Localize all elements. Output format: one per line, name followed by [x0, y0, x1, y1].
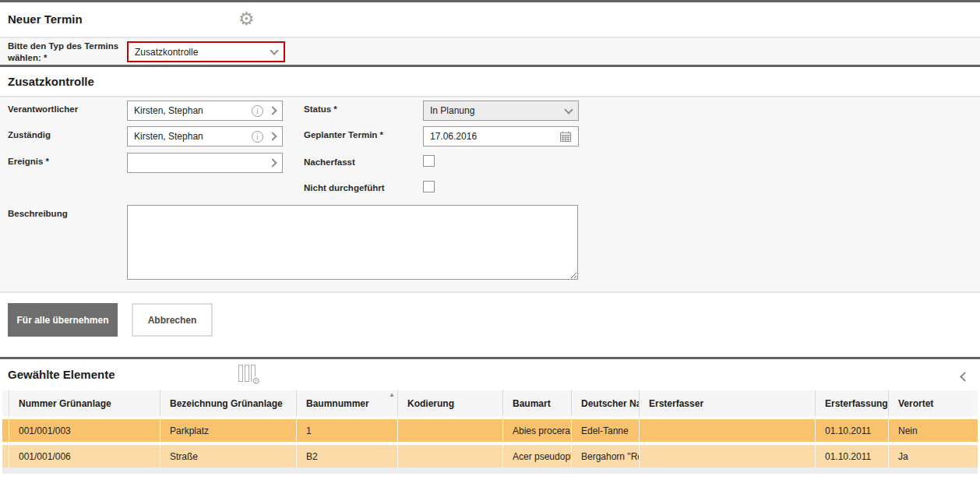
cell-nummer-gruenanlage: 001/001/006	[9, 442, 160, 468]
cell-ersterfassung: 01.10.2011	[815, 442, 888, 468]
table-header-row: Nummer Grünanlage Bezeichnung Grünanlage…	[2, 390, 978, 416]
calendar-icon[interactable]	[559, 130, 572, 143]
selected-elements-title: Gewählte Elemente	[8, 368, 115, 381]
selected-elements-table: Nummer Grünanlage Bezeichnung Grünanlage…	[2, 390, 978, 468]
row-selector-cell	[2, 416, 9, 442]
chevron-right-icon[interactable]	[268, 106, 277, 115]
row-selector-header	[2, 390, 9, 416]
row-selector-cell	[2, 442, 9, 468]
cell-deutscher-name: Bergahorn "Rot...	[571, 442, 639, 468]
column-header-label: Baumnummer	[306, 398, 369, 409]
verantwortlicher-label: Verantwortlicher	[8, 104, 78, 114]
cell-verortet: Nein	[888, 416, 978, 442]
cell-ersterfassung: 01.10.2011	[815, 416, 888, 442]
status-value: In Planung	[430, 105, 566, 116]
appointment-type-row: Bitte den Typ des Termins wählen: * Zusa…	[0, 38, 980, 65]
column-header-baumart[interactable]: Baumart	[502, 390, 571, 416]
column-bar	[238, 365, 243, 382]
table-footer-strip	[2, 468, 978, 474]
verantwortlicher-field[interactable]: i	[127, 101, 283, 121]
chevron-down-icon	[564, 105, 573, 114]
cell-kodierung	[397, 442, 502, 468]
nicht-durchgefuehrt-label: Nicht durchgeführt	[304, 183, 385, 192]
chevron-left-icon	[960, 372, 970, 382]
sort-ascending-icon: ▲	[389, 391, 395, 398]
cell-baumart: Abies procera	[502, 416, 571, 442]
info-icon[interactable]: i	[252, 131, 263, 143]
chevron-right-icon[interactable]	[268, 132, 277, 140]
zustaendig-input[interactable]	[134, 127, 252, 146]
table-row[interactable]: 001/001/003 Parkplatz 1 Abies procera Ed…	[2, 416, 978, 442]
new-appointment-page: Neuer Termin ⚙ Bitte den Typ des Termins…	[0, 0, 980, 480]
mini-gear-icon: ⚙	[252, 376, 260, 386]
column-settings-icon[interactable]: ⚙	[238, 365, 260, 386]
action-buttons: Für alle übernehmen Abbrechen	[0, 293, 980, 357]
cell-baumart: Acer pseudopl...	[502, 442, 571, 468]
appointment-type-select[interactable]: Zusatzkontrolle	[127, 41, 285, 62]
appointment-form: Verantwortlicher i Zuständig i Ereignis …	[0, 97, 980, 291]
cell-verortet: Ja	[888, 442, 978, 468]
verantwortlicher-input[interactable]	[134, 101, 252, 120]
page-title: Neuer Termin	[8, 12, 83, 26]
appointment-type-label: Bitte den Typ des Termins wählen: *	[8, 41, 126, 64]
nacherfasst-label: Nacherfasst	[304, 157, 355, 167]
chevron-down-icon	[270, 46, 278, 55]
column-header-baumnummer[interactable]: Baumnummer▲	[296, 390, 397, 416]
cell-bezeichnung-gruenanlage: Straße	[160, 442, 296, 468]
beschreibung-label: Beschreibung	[8, 209, 68, 218]
zustaendig-field[interactable]: i	[127, 126, 283, 146]
nacherfasst-checkbox[interactable]	[423, 155, 435, 167]
column-header-ersterfassung[interactable]: Ersterfassung	[815, 390, 888, 416]
cell-kodierung	[397, 416, 502, 442]
chevron-right-icon[interactable]	[268, 158, 277, 167]
page-header: Neuer Termin ⚙	[0, 2, 980, 37]
ereignis-label: Ereignis *	[8, 157, 49, 166]
status-label: Status *	[304, 104, 337, 114]
column-bar	[245, 365, 249, 382]
apply-all-button[interactable]: Für alle übernehmen	[8, 303, 118, 337]
table-row[interactable]: 001/001/006 Straße B2 Acer pseudopl... B…	[2, 442, 978, 468]
geplanter-termin-label: Geplanter Termin *	[304, 130, 383, 139]
column-header-kodierung[interactable]: Kodierung	[397, 390, 502, 416]
section-title: Zusatzkontrolle	[8, 75, 94, 88]
cell-deutscher-name: Edel-Tanne	[571, 416, 639, 442]
cell-baumnummer: 1	[296, 416, 397, 442]
appointment-type-value: Zusatzkontrolle	[135, 47, 271, 58]
settings-gear-icon[interactable]: ⚙	[238, 9, 255, 29]
column-header-verortet[interactable]: Verortet	[888, 390, 978, 416]
cell-nummer-gruenanlage: 001/001/003	[9, 416, 160, 442]
nicht-durchgefuehrt-checkbox[interactable]	[423, 181, 435, 192]
cell-bezeichnung-gruenanlage: Parkplatz	[160, 416, 296, 442]
cell-ersterfasser	[639, 416, 815, 442]
geplanter-termin-field[interactable]	[423, 126, 579, 146]
column-header-bezeichnung-gruenanlage[interactable]: Bezeichnung Grünanlage	[160, 390, 296, 416]
ereignis-field[interactable]	[127, 153, 283, 173]
column-header-deutscher-name[interactable]: Deutscher Name	[571, 390, 639, 416]
beschreibung-textarea[interactable]	[127, 205, 578, 280]
column-header-ersterfasser[interactable]: Ersterfasser	[639, 390, 815, 416]
column-header-nummer-gruenanlage[interactable]: Nummer Grünanlage	[9, 390, 160, 416]
status-select[interactable]: In Planung	[423, 101, 579, 121]
collapse-panel-button[interactable]	[958, 369, 971, 382]
zustaendig-label: Zuständig	[8, 130, 51, 139]
cancel-button[interactable]: Abbrechen	[132, 303, 213, 337]
geplanter-termin-input[interactable]	[430, 127, 559, 146]
ereignis-input[interactable]	[134, 154, 270, 172]
info-icon[interactable]: i	[252, 105, 263, 117]
selected-elements-header: Gewählte Elemente ⚙	[0, 359, 980, 390]
section-header: Zusatzkontrolle	[0, 67, 980, 96]
cell-ersterfasser	[639, 442, 815, 468]
cell-baumnummer: B2	[296, 442, 397, 468]
